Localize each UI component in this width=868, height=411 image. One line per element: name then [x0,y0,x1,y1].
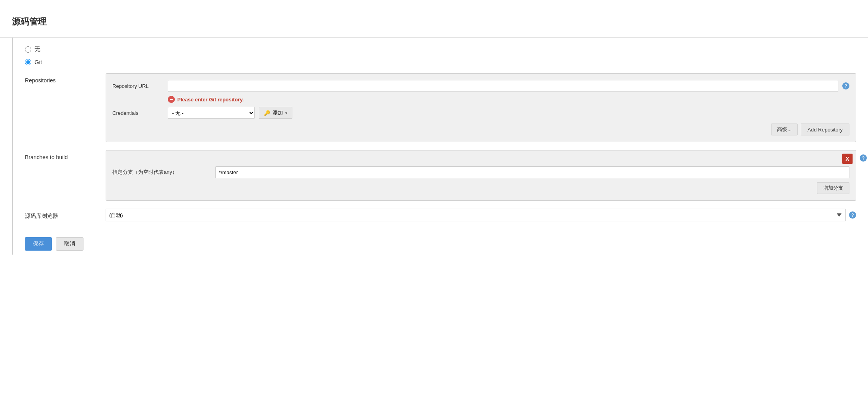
repository-url-input[interactable] [168,80,838,92]
browser-section-label: 源码库浏览器 [25,209,96,220]
key-icon: 🔑 [264,110,270,116]
page-container: 源码管理 无 Git Repositories Repository URL [0,0,868,411]
radio-group: 无 Git [13,38,868,73]
browser-help-icon[interactable]: ? [849,211,856,219]
error-message: Please enter Git repository. [177,97,244,103]
repositories-content: Repository URL ? Please enter Git reposi… [106,73,856,142]
browser-select[interactable]: (自动) [106,209,846,221]
repositories-section: Repositories Repository URL ? Please ent… [13,73,868,150]
radio-none-input[interactable] [25,46,31,53]
bottom-buttons: 保存 取消 [13,229,868,255]
add-btn-label: 添加 [273,109,283,116]
browser-section: 源码库浏览器 (自动) ? [13,209,868,229]
add-credentials-button[interactable]: 🔑 添加 ▾ [259,107,292,119]
credentials-row: Credentials - 无 - 🔑 添加 ▾ [112,107,849,119]
branches-section: Branches to build X ? 指定分支（为空时代表any） 增加分… [13,150,868,209]
branches-label: Branches to build [25,150,96,160]
save-button[interactable]: 保存 [25,237,52,251]
add-branch-button[interactable]: 增加分支 [817,182,849,194]
branches-help-icon[interactable]: ? [860,154,867,162]
radio-none-label: 无 [34,46,40,53]
radio-git[interactable]: Git [25,59,856,65]
radio-git-input[interactable] [25,59,31,65]
page-title: 源码管理 [0,8,868,38]
branch-field-label: 指定分支（为空时代表any） [112,169,211,176]
error-row: Please enter Git repository. [168,96,849,103]
repo-buttons-row: 高级... Add Repository [112,124,849,135]
cancel-button[interactable]: 取消 [56,237,83,251]
radio-git-label: Git [34,59,42,65]
radio-none[interactable]: 无 [25,46,856,53]
url-help-icon[interactable]: ? [842,82,849,89]
credentials-select[interactable]: - 无 - [168,107,255,119]
repositories-label: Repositories [25,73,96,84]
credentials-label: Credentials [112,110,164,116]
branch-btn-row: 增加分支 [112,182,849,194]
branches-content: X ? 指定分支（为空时代表any） 增加分支 [106,150,856,201]
dropdown-arrow-icon: ▾ [285,111,287,115]
url-row: Repository URL ? [112,80,849,92]
remove-branch-button[interactable]: X [842,154,853,164]
advanced-button[interactable]: 高级... [771,124,798,135]
branch-field-row: 指定分支（为空时代表any） [112,166,849,178]
branch-input[interactable] [215,166,849,178]
error-icon [168,96,175,103]
add-repository-button[interactable]: Add Repository [801,124,849,135]
url-label: Repository URL [112,83,164,89]
